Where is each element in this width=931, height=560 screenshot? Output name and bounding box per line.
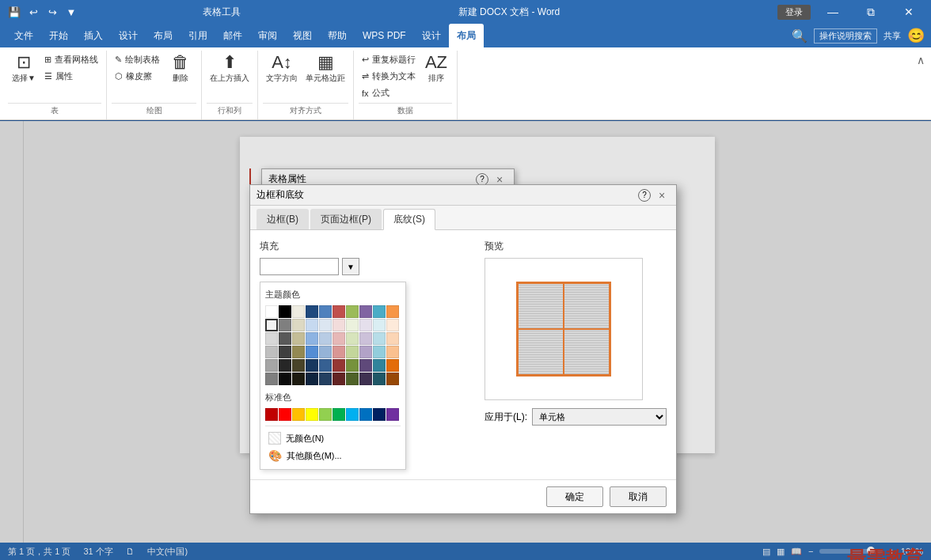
std-color-4[interactable] — [319, 408, 332, 421]
eraser-button[interactable]: ⬡橡皮擦 — [112, 69, 163, 84]
theme-color-10[interactable] — [265, 319, 278, 331]
std-color-8[interactable] — [373, 408, 386, 421]
theme-color-26[interactable] — [346, 332, 359, 345]
undo-icon[interactable]: ↩ — [25, 4, 41, 20]
theme-color-6[interactable] — [346, 305, 359, 318]
theme-color-28[interactable] — [373, 332, 386, 345]
tab-file[interactable]: 文件 — [6, 24, 41, 47]
theme-color-40[interactable] — [265, 359, 278, 372]
tab-wpspdf[interactable]: WPS PDF — [355, 24, 414, 47]
convert-text-button[interactable]: ⇌转换为文本 — [359, 69, 419, 84]
theme-color-29[interactable] — [386, 332, 399, 345]
theme-color-42[interactable] — [292, 359, 305, 372]
theme-color-16[interactable] — [346, 319, 359, 331]
theme-color-8[interactable] — [373, 305, 386, 318]
properties-button[interactable]: ☰属性 — [41, 69, 101, 84]
theme-color-58[interactable] — [373, 373, 386, 385]
std-color-2[interactable] — [292, 408, 305, 421]
tab-layout[interactable]: 布局 — [146, 24, 180, 47]
theme-color-15[interactable] — [332, 319, 345, 331]
tab-border[interactable]: 边框(B) — [256, 209, 309, 229]
tab-page-border[interactable]: 页面边框(P) — [310, 209, 382, 229]
theme-color-39[interactable] — [386, 346, 399, 358]
theme-color-59[interactable] — [386, 373, 399, 385]
delete-button[interactable]: 🗑 删除 — [165, 52, 196, 85]
no-color-option[interactable]: 无颜色(N) — [265, 429, 401, 447]
tab-reference[interactable]: 引用 — [180, 24, 215, 47]
share-button[interactable]: 共享 — [884, 30, 901, 42]
theme-color-5[interactable] — [332, 305, 345, 318]
theme-color-54[interactable] — [319, 373, 332, 385]
theme-color-35[interactable] — [332, 346, 345, 358]
theme-color-48[interactable] — [373, 359, 386, 372]
theme-color-37[interactable] — [359, 346, 372, 358]
save-icon[interactable]: 💾 — [6, 4, 22, 20]
theme-color-23[interactable] — [306, 332, 318, 345]
theme-color-24[interactable] — [319, 332, 332, 345]
fill-dropdown-button[interactable]: ▼ — [342, 258, 359, 275]
tab-layout2[interactable]: 布局 — [449, 24, 484, 47]
repeat-header-button[interactable]: ↩重复标题行 — [359, 52, 419, 67]
theme-color-49[interactable] — [386, 359, 399, 372]
std-color-7[interactable] — [359, 408, 372, 421]
theme-color-9[interactable] — [386, 305, 399, 318]
cell-margins-button[interactable]: ▦ 单元格边距 — [302, 52, 348, 85]
theme-color-47[interactable] — [359, 359, 372, 372]
minimize-button[interactable]: — — [817, 0, 849, 24]
theme-color-34[interactable] — [319, 346, 332, 358]
login-button[interactable]: 登录 — [777, 5, 811, 20]
theme-color-46[interactable] — [346, 359, 359, 372]
tab-home[interactable]: 开始 — [41, 24, 76, 47]
theme-color-32[interactable] — [292, 346, 305, 358]
theme-color-7[interactable] — [359, 305, 372, 318]
theme-color-57[interactable] — [359, 373, 372, 385]
draw-table-button[interactable]: ✎绘制表格 — [112, 52, 163, 67]
theme-color-51[interactable] — [279, 373, 291, 385]
theme-color-12[interactable] — [292, 319, 305, 331]
theme-color-11[interactable] — [279, 319, 291, 331]
search-icon[interactable]: 🔍 — [792, 28, 808, 44]
theme-color-56[interactable] — [346, 373, 359, 385]
theme-color-38[interactable] — [373, 346, 386, 358]
borders-close-button[interactable]: × — [654, 187, 670, 203]
std-color-3[interactable] — [306, 408, 318, 421]
theme-color-20[interactable] — [265, 332, 278, 345]
tab-help[interactable]: 帮助 — [320, 24, 355, 47]
theme-color-27[interactable] — [359, 332, 372, 345]
theme-color-4[interactable] — [319, 305, 332, 318]
confirm-button[interactable]: 确定 — [546, 486, 603, 507]
view-grid-button[interactable]: ⊞查看网格线 — [41, 52, 101, 67]
tab-view[interactable]: 视图 — [285, 24, 320, 47]
cancel-button[interactable]: 取消 — [610, 486, 667, 507]
fill-input[interactable] — [260, 258, 339, 275]
theme-color-55[interactable] — [332, 373, 345, 385]
borders-help-button[interactable]: ? — [638, 189, 651, 202]
theme-color-52[interactable] — [292, 373, 305, 385]
std-color-5[interactable] — [332, 408, 345, 421]
emoji-icon[interactable]: 😊 — [907, 27, 925, 44]
formula-button[interactable]: fx公式 — [359, 85, 419, 100]
tab-review[interactable]: 审阅 — [250, 24, 285, 47]
theme-color-17[interactable] — [359, 319, 372, 331]
theme-color-36[interactable] — [346, 346, 359, 358]
theme-color-30[interactable] — [265, 346, 278, 358]
customize-icon[interactable]: ▼ — [63, 4, 79, 20]
tab-insert[interactable]: 插入 — [76, 24, 111, 47]
tab-shading[interactable]: 底纹(S) — [383, 209, 435, 230]
insert-above-button[interactable]: ⬆ 在上方插入 — [207, 52, 253, 85]
theme-color-14[interactable] — [319, 319, 332, 331]
text-direction-button[interactable]: A↕ 文字方向 — [263, 52, 301, 85]
std-color-0[interactable] — [265, 408, 278, 421]
tab-design2[interactable]: 设计 — [414, 24, 449, 47]
theme-color-45[interactable] — [332, 359, 345, 372]
theme-color-44[interactable] — [319, 359, 332, 372]
theme-color-18[interactable] — [373, 319, 386, 331]
collapse-ribbon-button[interactable]: ∧ — [917, 54, 925, 66]
theme-color-0[interactable] — [265, 305, 278, 318]
restore-button[interactable]: ⧉ — [855, 0, 887, 24]
sort-button[interactable]: AZ 排序 — [420, 52, 452, 85]
theme-color-1[interactable] — [279, 305, 291, 318]
std-color-9[interactable] — [386, 408, 399, 421]
theme-color-19[interactable] — [386, 319, 399, 331]
redo-icon[interactable]: ↪ — [44, 4, 60, 20]
